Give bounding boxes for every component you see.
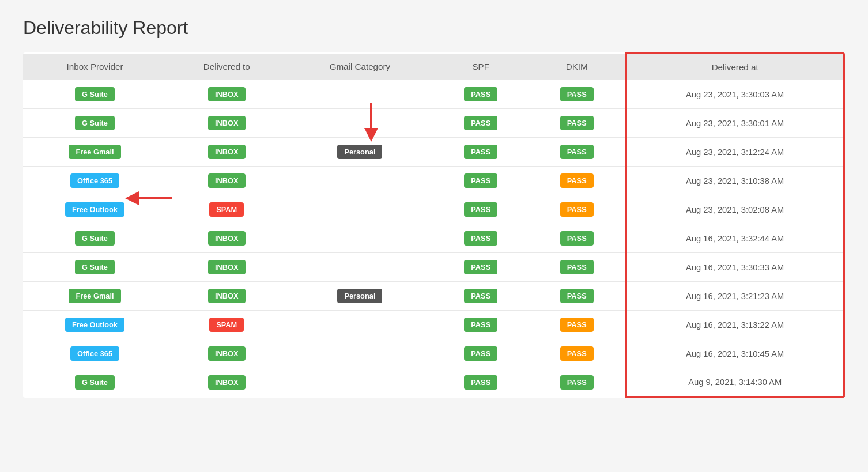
delivered-to-cell: INBOX [167,339,287,368]
gmail-category-cell [287,253,433,282]
dkim-badge: PASS [560,375,594,390]
delivered-to-cell: INBOX [167,253,287,282]
delivered-at-cell: Aug 16, 2021, 3:21:23 AM [626,282,844,311]
col-delivered-to: Delivered to [167,54,287,81]
table-row: Office 365INBOXPASSPASSAug 23, 2021, 3:1… [23,167,844,195]
table-row: Free GmailINBOXPersonalPASSPASSAug 16, 2… [23,282,844,311]
delivered-to-cell: INBOX [167,167,287,195]
delivered-to-badge: INBOX [208,173,246,188]
table-row: Office 365INBOXPASSPASSAug 16, 2021, 3:1… [23,339,844,368]
gmail-category-badge: Personal [337,145,382,159]
inbox-provider-badge: Office 365 [70,173,119,188]
gmail-category-cell [287,224,433,253]
spf-cell: PASS [433,282,529,311]
delivered-at-cell: Aug 23, 2021, 3:12:24 AM [626,138,844,167]
delivered-to-badge: INBOX [208,231,246,246]
arrow-down-icon [365,103,400,138]
dkim-badge: PASS [560,116,594,130]
delivered-to-cell: SPAM [167,195,287,224]
inbox-provider-badge: Free Gmail [69,289,120,303]
delivered-to-badge: INBOX [208,87,246,101]
delivered-at-cell: Aug 9, 2021, 3:14:30 AM [626,368,844,397]
page-title: Deliverability Report [23,17,845,39]
delivered-to-badge: INBOX [208,375,246,390]
dkim-badge: PASS [560,145,594,159]
table-row: Free GmailINBOX PersonalPASSPASSAug 23, … [23,138,844,167]
delivered-at-cell: Aug 16, 2021, 3:13:22 AM [626,311,844,339]
dkim-badge: PASS [560,289,594,303]
gmail-category-badge: Personal [337,289,382,303]
delivered-to-cell: INBOX [167,80,287,109]
dkim-cell: PASS [529,138,626,167]
table-row: Free OutlookSPAMPASSPASSAug 16, 2021, 3:… [23,311,844,339]
delivered-to-badge: INBOX [208,346,246,361]
spf-badge: PASS [464,260,497,274]
gmail-category-cell [287,195,433,224]
gmail-category-cell [287,311,433,339]
spf-badge: PASS [464,289,497,303]
table-row: G SuiteINBOXPASSPASSAug 23, 2021, 3:30:0… [23,80,844,109]
spf-cell: PASS [433,368,529,397]
spf-badge: PASS [464,231,497,246]
gmail-category-cell [287,80,433,109]
spf-cell: PASS [433,195,529,224]
spf-cell: PASS [433,224,529,253]
spf-cell: PASS [433,138,529,167]
col-dkim: DKIM [529,54,626,81]
delivered-to-badge: INBOX [208,116,246,130]
delivered-to-cell: SPAM [167,311,287,339]
inbox-provider-badge: G Suite [75,375,115,390]
table-row: Free Outlook SPAMPASSPASSAug 23, 2021, 3… [23,195,844,224]
deliverability-table: Inbox Provider Delivered to Gmail Catego… [23,52,845,398]
delivered-to-cell: INBOX [167,368,287,397]
delivered-to-cell: INBOX [167,224,287,253]
spf-badge: PASS [464,116,497,130]
inbox-provider-cell: G Suite [23,253,167,282]
col-delivered-at: Delivered at [626,54,844,81]
delivered-to-badge: INBOX [208,289,246,303]
inbox-provider-badge: Free Outlook [65,318,124,332]
col-gmail-category: Gmail Category [287,54,433,81]
inbox-provider-cell: Office 365 [23,339,167,368]
gmail-category-cell [287,339,433,368]
inbox-provider-badge: G Suite [75,116,115,130]
dkim-cell: PASS [529,80,626,109]
gmail-category-cell [287,368,433,397]
spf-cell: PASS [433,253,529,282]
dkim-badge: PASS [560,231,594,246]
gmail-category-cell: Personal [287,282,433,311]
spf-badge: PASS [464,173,497,188]
spf-cell: PASS [433,167,529,195]
inbox-provider-cell: Office 365 [23,167,167,195]
spf-badge: PASS [464,202,497,217]
spf-cell: PASS [433,80,529,109]
dkim-cell: PASS [529,339,626,368]
delivered-at-cell: Aug 16, 2021, 3:32:44 AM [626,224,844,253]
delivered-at-cell: Aug 16, 2021, 3:30:33 AM [626,253,844,282]
inbox-provider-cell: Free Gmail [23,282,167,311]
dkim-badge: PASS [560,260,594,274]
gmail-category-cell: Personal [287,138,433,167]
inbox-provider-cell: G Suite [23,80,167,109]
spf-cell: PASS [433,339,529,368]
gmail-category-cell [287,167,433,195]
delivered-at-cell: Aug 23, 2021, 3:02:08 AM [626,195,844,224]
col-inbox-provider: Inbox Provider [23,54,167,81]
delivered-at-cell: Aug 23, 2021, 3:30:01 AM [626,109,844,138]
table-row: G SuiteINBOXPASSPASSAug 9, 2021, 3:14:30… [23,368,844,397]
dkim-badge: PASS [560,202,594,217]
dkim-cell: PASS [529,368,626,397]
delivered-at-cell: Aug 23, 2021, 3:10:38 AM [626,167,844,195]
dkim-cell: PASS [529,282,626,311]
dkim-cell: PASS [529,167,626,195]
table-row: G SuiteINBOXPASSPASSAug 23, 2021, 3:30:0… [23,109,844,138]
spf-cell: PASS [433,109,529,138]
dkim-cell: PASS [529,253,626,282]
delivered-at-cell: Aug 23, 2021, 3:30:03 AM [626,80,844,109]
spf-badge: PASS [464,318,497,332]
inbox-provider-cell: G Suite [23,224,167,253]
dkim-cell: PASS [529,109,626,138]
table-header-row: Inbox Provider Delivered to Gmail Catego… [23,54,844,81]
dkim-cell: PASS [529,311,626,339]
inbox-provider-badge: G Suite [75,260,115,274]
